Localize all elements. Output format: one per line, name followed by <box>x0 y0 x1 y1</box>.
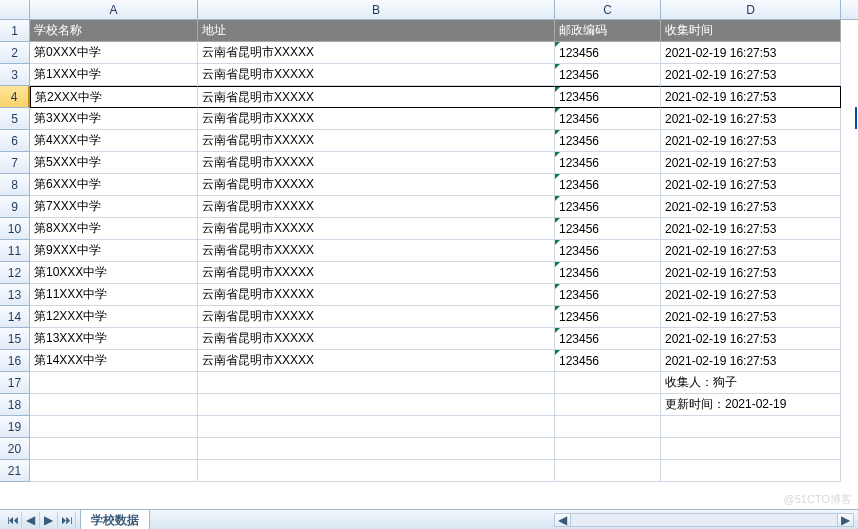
cell-A[interactable]: 第5XXX中学 <box>30 152 198 174</box>
cell-A[interactable]: 第3XXX中学 <box>30 108 198 130</box>
cell-C[interactable]: 邮政编码 <box>555 20 661 42</box>
horizontal-scrollbar[interactable]: ◀ ▶ <box>554 513 854 527</box>
row-header[interactable]: 18 <box>0 394 30 416</box>
row-header[interactable]: 12 <box>0 262 30 284</box>
cell-A[interactable] <box>30 460 198 482</box>
row-header[interactable]: 16 <box>0 350 30 372</box>
cell-C[interactable]: 123456 <box>555 130 661 152</box>
row-header[interactable]: 4 <box>0 86 30 108</box>
cell-C[interactable] <box>555 438 661 460</box>
cell-A[interactable]: 第12XXX中学 <box>30 306 198 328</box>
cell-D[interactable]: 2021-02-19 16:27:53 <box>661 350 841 372</box>
cell-C[interactable]: 123456 <box>555 174 661 196</box>
cell-A[interactable]: 第13XXX中学 <box>30 328 198 350</box>
cell-A[interactable]: 第11XXX中学 <box>30 284 198 306</box>
cell-A[interactable]: 第10XXX中学 <box>30 262 198 284</box>
cell-C[interactable]: 123456 <box>555 284 661 306</box>
cell-D[interactable]: 2021-02-19 16:27:53 <box>661 152 841 174</box>
column-header-D[interactable]: D <box>661 0 841 19</box>
cell-D[interactable]: 2021-02-19 16:27:53 <box>661 174 841 196</box>
cell-B[interactable]: 云南省昆明市XXXXX <box>198 42 555 64</box>
cell-B[interactable]: 云南省昆明市XXXXX <box>198 350 555 372</box>
cell-B[interactable]: 云南省昆明市XXXXX <box>198 284 555 306</box>
cell-D[interactable]: 2021-02-19 16:27:53 <box>661 328 841 350</box>
cell-C[interactable]: 123456 <box>555 218 661 240</box>
cell-A[interactable]: 第8XXX中学 <box>30 218 198 240</box>
cell-C[interactable]: 123456 <box>555 152 661 174</box>
cell-C[interactable]: 123456 <box>555 108 661 130</box>
cell-B[interactable]: 云南省昆明市XXXXX <box>198 218 555 240</box>
cell-B[interactable]: 云南省昆明市XXXXX <box>198 108 555 130</box>
cell-D[interactable] <box>661 416 841 438</box>
cell-A[interactable]: 第7XXX中学 <box>30 196 198 218</box>
row-header[interactable]: 2 <box>0 42 30 64</box>
row-header[interactable]: 3 <box>0 64 30 86</box>
row-header[interactable]: 7 <box>0 152 30 174</box>
row-header[interactable]: 19 <box>0 416 30 438</box>
cell-D[interactable]: 2021-02-19 16:27:53 <box>661 130 841 152</box>
row-header[interactable]: 21 <box>0 460 30 482</box>
row-header[interactable]: 17 <box>0 372 30 394</box>
cell-D[interactable]: 2021-02-19 16:27:53 <box>661 262 841 284</box>
cell-D[interactable] <box>661 438 841 460</box>
cell-C[interactable] <box>555 372 661 394</box>
cell-A[interactable]: 第9XXX中学 <box>30 240 198 262</box>
row-header[interactable]: 8 <box>0 174 30 196</box>
cell-A[interactable]: 学校名称 <box>30 20 198 42</box>
cell-D[interactable]: 更新时间：2021-02-19 <box>661 394 841 416</box>
row-header[interactable]: 14 <box>0 306 30 328</box>
cell-B[interactable] <box>198 460 555 482</box>
cell-D[interactable] <box>661 460 841 482</box>
row-header[interactable]: 15 <box>0 328 30 350</box>
select-all-corner[interactable] <box>0 0 30 19</box>
cell-D[interactable]: 2021-02-19 16:27:53 <box>661 108 841 130</box>
row-header[interactable]: 9 <box>0 196 30 218</box>
cell-D[interactable]: 2021-02-19 16:27:53 <box>661 284 841 306</box>
cell-B[interactable] <box>198 394 555 416</box>
cell-A[interactable]: 第1XXX中学 <box>30 64 198 86</box>
cell-C[interactable]: 123456 <box>555 42 661 64</box>
row-header[interactable]: 6 <box>0 130 30 152</box>
cell-C[interactable]: 123456 <box>555 64 661 86</box>
cell-B[interactable]: 云南省昆明市XXXXX <box>198 240 555 262</box>
column-header-A[interactable]: A <box>30 0 198 19</box>
cell-B[interactable]: 云南省昆明市XXXXX <box>198 262 555 284</box>
cell-A[interactable]: 第0XXX中学 <box>30 42 198 64</box>
cell-D[interactable]: 收集时间 <box>661 20 841 42</box>
cell-A[interactable]: 第4XXX中学 <box>30 130 198 152</box>
cell-C[interactable]: 123456 <box>555 86 661 108</box>
cell-B[interactable]: 云南省昆明市XXXXX <box>198 64 555 86</box>
cell-C[interactable] <box>555 460 661 482</box>
column-header-C[interactable]: C <box>555 0 661 19</box>
nav-next-button[interactable]: ▶ <box>40 512 58 528</box>
cell-D[interactable]: 收集人：狗子 <box>661 372 841 394</box>
cell-D[interactable]: 2021-02-19 16:27:53 <box>661 64 841 86</box>
nav-prev-button[interactable]: ◀ <box>22 512 40 528</box>
cell-B[interactable] <box>198 438 555 460</box>
cell-B[interactable]: 云南省昆明市XXXXX <box>198 130 555 152</box>
cell-A[interactable] <box>30 372 198 394</box>
scroll-left-button[interactable]: ◀ <box>555 514 571 526</box>
row-header[interactable]: 1 <box>0 20 30 42</box>
cell-B[interactable]: 云南省昆明市XXXXX <box>198 152 555 174</box>
cell-D[interactable]: 2021-02-19 16:27:53 <box>661 218 841 240</box>
sheet-tab[interactable]: 学校数据 <box>80 509 150 530</box>
row-header[interactable]: 13 <box>0 284 30 306</box>
cell-B[interactable]: 云南省昆明市XXXXX <box>198 328 555 350</box>
cell-B[interactable]: 云南省昆明市XXXXX <box>198 174 555 196</box>
cell-B[interactable]: 云南省昆明市XXXXX <box>198 306 555 328</box>
cell-A[interactable] <box>30 394 198 416</box>
row-header[interactable]: 20 <box>0 438 30 460</box>
row-header[interactable]: 5 <box>0 108 30 130</box>
cell-B[interactable]: 云南省昆明市XXXXX <box>198 196 555 218</box>
cell-A[interactable] <box>30 416 198 438</box>
cell-D[interactable]: 2021-02-19 16:27:53 <box>661 240 841 262</box>
cell-C[interactable]: 123456 <box>555 350 661 372</box>
cell-C[interactable]: 123456 <box>555 196 661 218</box>
cell-A[interactable] <box>30 438 198 460</box>
cell-A[interactable]: 第6XXX中学 <box>30 174 198 196</box>
row-header[interactable]: 10 <box>0 218 30 240</box>
cell-B[interactable]: 地址 <box>198 20 555 42</box>
cell-C[interactable]: 123456 <box>555 262 661 284</box>
cell-D[interactable]: 2021-02-19 16:27:53 <box>661 196 841 218</box>
